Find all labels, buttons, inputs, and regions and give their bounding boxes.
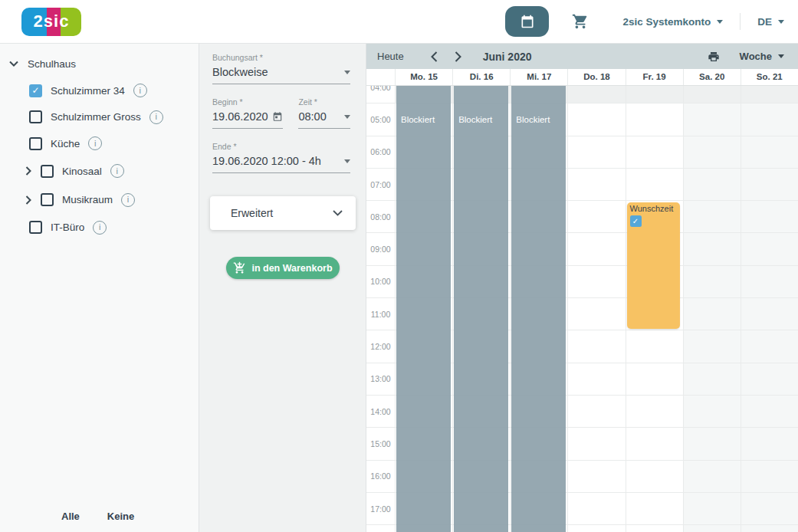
- time-label: Zeit *: [298, 97, 350, 107]
- language-label: DE: [757, 16, 772, 28]
- time-label: 12:00: [366, 342, 395, 351]
- column-line: [683, 86, 684, 532]
- shopping-cart-icon: [572, 13, 589, 30]
- chevron-right-icon[interactable]: [25, 195, 31, 205]
- calendar-icon: [520, 14, 535, 29]
- end-value: 19.06.2020 12:00 - 4h: [212, 155, 344, 167]
- account-menu[interactable]: 2sic Systemkonto: [622, 16, 723, 28]
- begin-time-select[interactable]: 08:00: [298, 110, 350, 129]
- advanced-expander[interactable]: Erweitert: [210, 196, 356, 230]
- previous-week-button[interactable]: [422, 51, 446, 62]
- info-icon[interactable]: i: [121, 193, 135, 207]
- main-content: Schulhaus Schulzimmer 34 i Schulzimmer G…: [0, 44, 798, 532]
- sidebar-item-it-buero[interactable]: IT-Büro i: [0, 215, 199, 241]
- time-label: 09:00: [366, 245, 395, 254]
- day-header-fr: Fr. 19: [626, 69, 683, 85]
- blocked-event[interactable]: Blockiert: [396, 86, 451, 532]
- checkbox[interactable]: [29, 110, 42, 123]
- sidebar-item-kinosaal[interactable]: Kinosaal i: [0, 157, 199, 186]
- blocked-event[interactable]: Blockiert: [511, 86, 566, 532]
- caret-down-icon: [344, 159, 350, 163]
- shopping-cart-button[interactable]: [572, 13, 589, 30]
- end-select[interactable]: 19.06.2020 12:00 - 4h: [212, 155, 350, 173]
- day-header-row: Mo. 15Di. 16Mi. 17Do. 18Fr. 19Sa. 20So. …: [366, 69, 798, 86]
- time-label: 13:00: [366, 374, 395, 383]
- checkbox[interactable]: [29, 137, 42, 150]
- booking-type-select[interactable]: Blockweise: [212, 66, 350, 84]
- tree-item-label: Schulzimmer Gross: [51, 111, 141, 123]
- time-label: 14:00: [366, 407, 395, 416]
- end-label: Ende *: [212, 142, 350, 151]
- calendar-toolbar: Heute Juni 2020: [366, 44, 798, 69]
- datepicker-icon[interactable]: [272, 111, 283, 122]
- booking-form-panel: Buchungsart * Blockweise Beginn * 19.06.…: [199, 44, 366, 532]
- sidebar-footer: Alle Keine: [0, 511, 199, 532]
- begin-time-field: Zeit * 08:00: [298, 97, 350, 129]
- blocked-event-label: Blockiert: [401, 115, 435, 124]
- day-header-so: So. 21: [741, 69, 798, 85]
- begin-date-field: Beginn * 19.06.2020: [212, 97, 283, 129]
- resource-sidebar: Schulhaus Schulzimmer 34 i Schulzimmer G…: [0, 44, 199, 532]
- caret-down-icon: [778, 20, 784, 24]
- info-icon[interactable]: i: [133, 84, 147, 97]
- calendar-view-button[interactable]: [505, 6, 549, 37]
- topbar-divider: [740, 13, 741, 30]
- tree-item-label: IT-Büro: [51, 222, 84, 233]
- checkbox[interactable]: [29, 84, 42, 97]
- logo-text: 2sic: [34, 11, 70, 31]
- time-label: 17:00: [366, 504, 395, 514]
- info-icon[interactable]: i: [149, 110, 163, 124]
- sidebar-group-schulhaus[interactable]: Schulhaus: [0, 50, 199, 77]
- add-to-cart-button[interactable]: in den Warenkorb: [226, 257, 340, 279]
- sidebar-item-kueche[interactable]: Küche i: [0, 130, 199, 157]
- chevron-right-icon[interactable]: [25, 166, 31, 176]
- tree-group-label: Schulhaus: [28, 58, 76, 70]
- checkbox[interactable]: [29, 221, 42, 234]
- blocked-event-label: Blockiert: [458, 115, 492, 124]
- column-line: [510, 86, 511, 532]
- tree-item-label: Musikraum: [62, 194, 113, 205]
- time-label: 10:00: [366, 277, 395, 286]
- wish-time-event[interactable]: Wunschzeit: [627, 202, 680, 329]
- day-header-sa: Sa. 20: [683, 69, 741, 85]
- print-button[interactable]: [708, 51, 720, 63]
- topbar: 2sic 2sic Systemkonto DE: [0, 0, 798, 44]
- calendar-title: Juni 2020: [483, 51, 532, 63]
- info-icon[interactable]: i: [88, 136, 102, 150]
- sidebar-item-schulzimmer-gross[interactable]: Schulzimmer Gross i: [0, 104, 199, 131]
- column-line: [395, 86, 396, 532]
- advanced-label: Erweitert: [231, 207, 273, 219]
- tree-item-label: Schulzimmer 34: [51, 85, 125, 97]
- chevron-down-icon[interactable]: [9, 61, 18, 67]
- chevron-down-icon: [333, 210, 343, 216]
- caret-down-icon: [717, 20, 723, 24]
- company-logo[interactable]: 2sic: [21, 8, 81, 36]
- info-icon[interactable]: i: [110, 164, 124, 178]
- column-line: [626, 86, 626, 532]
- blocked-event[interactable]: Blockiert: [454, 86, 508, 532]
- print-icon: [708, 51, 720, 63]
- today-button[interactable]: Heute: [377, 51, 404, 62]
- column-line: [741, 86, 741, 532]
- next-week-button[interactable]: [446, 51, 470, 62]
- checkbox[interactable]: [41, 165, 54, 178]
- begin-time-value: 08:00: [298, 110, 344, 123]
- sidebar-item-musikraum[interactable]: Musikraum i: [0, 186, 199, 215]
- chevron-right-icon: [455, 51, 461, 62]
- tree-item-label: Küche: [51, 138, 80, 149]
- begin-date-input[interactable]: 19.06.2020: [212, 110, 283, 129]
- wish-time-checkbox[interactable]: [630, 215, 642, 227]
- caret-down-icon: [344, 71, 350, 74]
- select-all-button[interactable]: Alle: [61, 511, 80, 522]
- booking-app: 2sic 2sic Systemkonto DE: [0, 0, 798, 532]
- sidebar-item-schulzimmer-34[interactable]: Schulzimmer 34 i: [0, 77, 199, 104]
- tree-item-label: Kinosaal: [62, 166, 102, 177]
- language-menu[interactable]: DE: [757, 16, 784, 28]
- view-mode-select[interactable]: Woche: [740, 51, 787, 62]
- checkbox[interactable]: [41, 193, 54, 206]
- select-none-button[interactable]: Keine: [107, 511, 134, 522]
- info-icon[interactable]: i: [93, 221, 107, 235]
- booking-type-value: Blockweise: [212, 66, 344, 78]
- time-label: 15:00: [366, 439, 395, 448]
- begin-date-value: 19.06.2020: [212, 110, 272, 123]
